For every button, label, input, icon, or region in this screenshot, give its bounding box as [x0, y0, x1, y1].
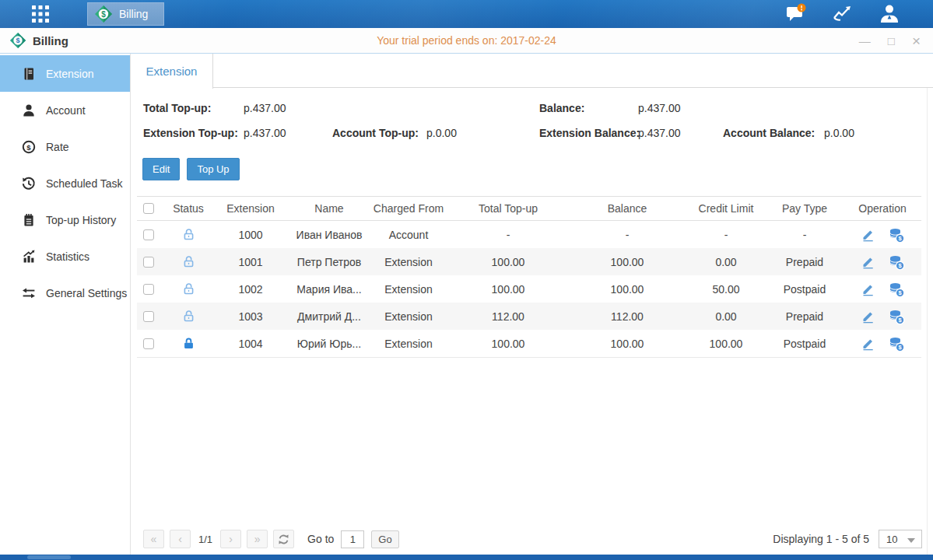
monitor-button[interactable]: [830, 2, 855, 26]
row-checkbox[interactable]: [143, 284, 154, 295]
edit-icon[interactable]: [861, 227, 875, 242]
row-checkbox[interactable]: [143, 311, 154, 322]
table-row: 1000 Иван Иванов Account - - - - $: [137, 221, 921, 248]
pay-type: -: [766, 229, 844, 241]
window-title-group: $ Billing: [9, 32, 68, 49]
edit-icon[interactable]: [861, 254, 875, 269]
col-total-topup: Total Top-up: [448, 202, 568, 215]
col-charged-from: Charged From: [369, 202, 448, 215]
col-extension: Extension: [212, 202, 289, 215]
extension-name: Мария Ива...: [289, 283, 369, 296]
table-row: 1002 Мария Ива... Extension 100.00 100.0…: [137, 275, 921, 303]
page-size-select[interactable]: 10: [879, 530, 922, 548]
extension-topup-value: p.437.00: [244, 127, 286, 139]
extension-number: 1004: [212, 338, 289, 350]
go-button[interactable]: Go: [371, 530, 398, 548]
prev-page-button[interactable]: ‹: [170, 530, 191, 548]
total-topup-value: p.437.00: [244, 102, 286, 114]
billing-app-icon: $: [94, 5, 113, 23]
credit-limit: 0.00: [686, 256, 766, 268]
next-page-button[interactable]: ›: [220, 530, 241, 548]
status-cell: [165, 337, 212, 350]
col-status: Status: [165, 202, 212, 215]
topup-icon[interactable]: $: [888, 226, 905, 243]
tab-bar: Extension: [131, 54, 933, 88]
pagination-bar: « ‹ 1/1 › » Go to Go Displaying 1 - 5 of…: [143, 530, 922, 548]
status-cell: [165, 310, 212, 323]
extension-balance-label: Extension Balance:: [539, 127, 640, 139]
extension-number: 1002: [212, 283, 289, 296]
edit-icon[interactable]: [861, 336, 875, 351]
sidebar-item-scheduled-task[interactable]: Scheduled Task: [0, 165, 130, 201]
goto-page-input[interactable]: [341, 530, 364, 548]
credit-limit: 50.00: [686, 283, 766, 296]
row-checkbox[interactable]: [143, 229, 154, 240]
topup-icon[interactable]: $: [888, 335, 905, 352]
refresh-button[interactable]: [273, 530, 294, 548]
last-page-button[interactable]: »: [247, 530, 268, 548]
table-row: 1001 Петр Петров Extension 100.00 100.00…: [137, 248, 921, 275]
topup-icon[interactable]: $: [888, 308, 905, 325]
row-checkbox[interactable]: [143, 338, 154, 349]
unlocked-icon: [182, 255, 195, 268]
extension-number: 1000: [212, 229, 289, 241]
balance: 100.00: [568, 283, 686, 296]
sidebar-item-topup-history[interactable]: Top-up History: [0, 201, 130, 238]
svg-text:$: $: [101, 10, 106, 19]
sidebar-item-label: Account: [46, 104, 86, 117]
locked-icon: [182, 337, 195, 350]
extension-balance-value: p.437.00: [638, 127, 681, 139]
edit-button[interactable]: Edit: [142, 158, 180, 180]
account-balance-label: Account Balance:: [723, 127, 815, 139]
desktop-taskbar-strip: [0, 555, 933, 560]
total-topup-label: Total Top-up:: [143, 102, 211, 114]
pay-type: Prepaid: [766, 256, 844, 268]
tab-extension[interactable]: Extension: [131, 54, 213, 89]
close-icon[interactable]: ×: [912, 33, 921, 48]
billing-window-icon: $: [9, 32, 26, 49]
pay-type: Postpaid: [766, 338, 844, 350]
extension-number: 1001: [212, 256, 289, 268]
balance-value: p.437.00: [638, 102, 681, 114]
trial-notice: Your trial period ends on: 2017-02-24: [0, 34, 933, 47]
extension-name: Дмитрий Д...: [289, 310, 369, 323]
sidebar-item-rate[interactable]: $ Rate: [0, 128, 130, 165]
table-row: 1003 Дмитрий Д... Extension 112.00 112.0…: [137, 303, 921, 330]
account-topup-label: Account Top-up:: [332, 127, 419, 139]
charged-from: Extension: [369, 338, 448, 350]
apps-grid-icon[interactable]: [28, 3, 53, 25]
taskbar-app-billing[interactable]: $ Billing: [87, 2, 164, 26]
edit-icon[interactable]: [861, 282, 875, 296]
topup-icon[interactable]: $: [888, 254, 905, 271]
page-size-value: 10: [886, 534, 897, 545]
select-all-checkbox[interactable]: [143, 203, 154, 214]
statistics-chart-icon: [22, 250, 36, 264]
user-button[interactable]: [877, 2, 902, 26]
sidebar-item-statistics[interactable]: Statistics: [0, 238, 130, 275]
sidebar-item-account[interactable]: Account: [0, 92, 130, 128]
total-topup: 100.00: [448, 283, 568, 296]
minimize-icon[interactable]: —: [859, 35, 871, 47]
col-operation: Operation: [844, 202, 921, 215]
svg-text:$: $: [26, 142, 31, 151]
maximize-icon[interactable]: □: [888, 35, 895, 47]
notifications-button[interactable]: [784, 2, 808, 26]
sidebar-item-label: General Settings: [46, 287, 127, 299]
grid-icon: [30, 4, 51, 24]
balance: 100.00: [568, 338, 686, 350]
top-up-button[interactable]: Top Up: [187, 158, 239, 180]
row-checkbox[interactable]: [143, 257, 154, 268]
sidebar-item-general-settings[interactable]: General Settings: [0, 275, 130, 311]
charged-from: Account: [369, 229, 448, 241]
edit-icon[interactable]: [861, 309, 875, 324]
unlocked-icon: [182, 228, 195, 241]
total-topup: 112.00: [448, 310, 568, 323]
topup-icon[interactable]: $: [888, 281, 905, 298]
status-cell: [165, 255, 212, 268]
scheduled-task-clock-icon: [22, 177, 36, 191]
account-balance-value: p.0.00: [824, 127, 854, 139]
sidebar-item-extension[interactable]: Extension: [0, 55, 130, 92]
first-page-button[interactable]: «: [143, 530, 164, 548]
total-topup: 100.00: [448, 256, 568, 268]
balance: -: [568, 229, 686, 241]
